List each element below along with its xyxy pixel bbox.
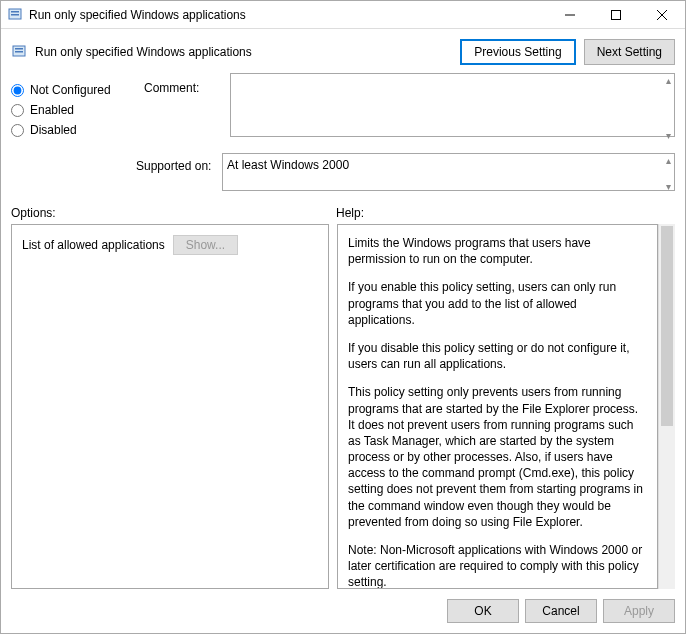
radio-label: Not Configured: [30, 83, 111, 97]
svg-rect-9: [15, 51, 23, 53]
apply-button[interactable]: Apply: [603, 599, 675, 623]
radio-enabled[interactable]: Enabled: [11, 103, 136, 117]
help-text-line: Note: Non-Microsoft applications with Wi…: [348, 543, 642, 589]
window-title: Run only specified Windows applications: [29, 8, 547, 22]
radio-not-configured-input[interactable]: [11, 84, 24, 97]
section-labels: Options: Help:: [1, 198, 685, 224]
radio-label: Disabled: [30, 123, 77, 137]
dialog-footer: OK Cancel Apply: [1, 589, 685, 633]
help-panel-wrap: Limits the Windows programs that users h…: [337, 224, 675, 589]
help-text: Limits the Windows programs that users h…: [348, 235, 643, 267]
policy-icon: [7, 7, 23, 23]
panels: List of allowed applications Show... Lim…: [1, 224, 685, 589]
supported-on-label: Supported on:: [11, 153, 214, 173]
radio-label: Enabled: [30, 103, 74, 117]
chevron-down-icon[interactable]: ▾: [666, 181, 671, 192]
state-radio-group: Not Configured Enabled Disabled: [11, 73, 136, 143]
help-text: If you enable this policy setting, users…: [348, 279, 643, 328]
supported-on-value: [222, 153, 675, 191]
supported-row: Supported on: ▴ ▾: [1, 153, 685, 198]
help-text: Note: Non-Microsoft applications with Wi…: [348, 542, 643, 589]
next-setting-button[interactable]: Next Setting: [584, 39, 675, 65]
chevron-up-icon[interactable]: ▴: [666, 75, 671, 86]
ok-button[interactable]: OK: [447, 599, 519, 623]
comment-label-col: Comment:: [144, 73, 222, 143]
help-panel: Limits the Windows programs that users h…: [337, 224, 658, 589]
config-area: Not Configured Enabled Disabled Comment:…: [1, 73, 685, 153]
policy-title: Run only specified Windows applications: [35, 45, 452, 59]
window-controls: [547, 1, 685, 28]
svg-rect-2: [11, 14, 19, 16]
close-button[interactable]: [639, 1, 685, 28]
radio-disabled-input[interactable]: [11, 124, 24, 137]
help-text: This policy setting only prevents users …: [348, 384, 643, 530]
help-section-label: Help:: [336, 206, 364, 220]
chevron-up-icon[interactable]: ▴: [666, 155, 671, 166]
cancel-button[interactable]: Cancel: [525, 599, 597, 623]
comment-field-wrap: ▴ ▾: [230, 73, 675, 143]
options-panel: List of allowed applications Show...: [11, 224, 329, 589]
header-row: Run only specified Windows applications …: [1, 29, 685, 73]
svg-rect-4: [612, 10, 621, 19]
chevron-down-icon[interactable]: ▾: [666, 130, 671, 141]
dialog-window: Run only specified Windows applications …: [0, 0, 686, 634]
radio-disabled[interactable]: Disabled: [11, 123, 136, 137]
options-row: List of allowed applications Show...: [22, 235, 318, 255]
comment-input[interactable]: [230, 73, 675, 137]
policy-icon: [11, 44, 27, 60]
scrollbar-thumb[interactable]: [661, 226, 673, 426]
nav-buttons: Previous Setting Next Setting: [460, 39, 675, 65]
titlebar: Run only specified Windows applications: [1, 1, 685, 29]
svg-rect-8: [15, 48, 23, 50]
show-button[interactable]: Show...: [173, 235, 238, 255]
radio-enabled-input[interactable]: [11, 104, 24, 117]
svg-rect-1: [11, 11, 19, 13]
previous-setting-button[interactable]: Previous Setting: [460, 39, 575, 65]
help-text: If you disable this policy setting or do…: [348, 340, 643, 372]
scrollbar[interactable]: [658, 224, 675, 589]
minimize-button[interactable]: [547, 1, 593, 28]
radio-not-configured[interactable]: Not Configured: [11, 83, 136, 97]
options-section-label: Options:: [11, 206, 336, 220]
allowed-list-label: List of allowed applications: [22, 238, 165, 252]
comment-label: Comment:: [144, 81, 222, 95]
maximize-button[interactable]: [593, 1, 639, 28]
